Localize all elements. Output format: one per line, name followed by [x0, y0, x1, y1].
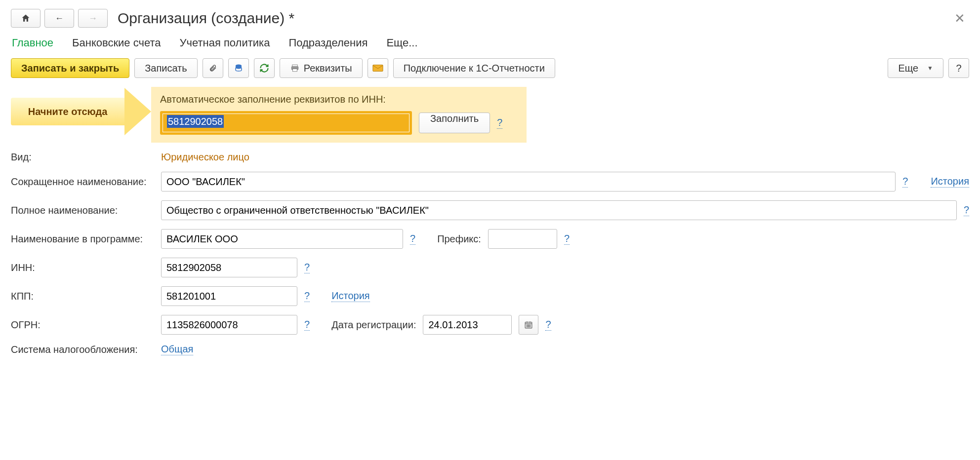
- connect-1c-button[interactable]: Подключение к 1С-Отчетности: [393, 58, 555, 78]
- ogrn-label: ОГРН:: [11, 319, 154, 331]
- database-icon: [234, 63, 243, 73]
- home-icon: [21, 13, 31, 23]
- toolbar-help-button[interactable]: ?: [948, 58, 969, 78]
- home-button[interactable]: [11, 9, 41, 28]
- short-name-label: Сокращенное наименование:: [11, 176, 154, 188]
- chevron-down-icon: ▼: [927, 65, 933, 72]
- svg-point-10: [529, 326, 530, 327]
- tax-system-link[interactable]: Общая: [161, 344, 193, 355]
- tab-accounting-policy[interactable]: Учетная политика: [179, 37, 270, 49]
- requisites-button[interactable]: Реквизиты: [280, 58, 363, 78]
- arrow-right-icon: →: [88, 13, 97, 24]
- tab-main[interactable]: Главное: [12, 37, 53, 49]
- tab-more[interactable]: Еще...: [386, 37, 417, 49]
- mail-icon: [372, 64, 383, 72]
- autofill-fill-button[interactable]: Заполнить: [419, 113, 490, 133]
- kind-value: Юридическое лицо: [161, 152, 249, 163]
- refresh-button[interactable]: [254, 58, 275, 78]
- svg-point-6: [527, 325, 528, 326]
- page-title: Организация (создание) *: [118, 10, 294, 27]
- start-here-arrow: Начните отсюда: [11, 87, 151, 136]
- printer-icon: [290, 64, 300, 73]
- tab-bank-accounts[interactable]: Банковские счета: [72, 37, 161, 49]
- autofill-panel: Автоматическое заполнение реквизитов по …: [151, 87, 527, 143]
- kpp-history-link[interactable]: История: [331, 290, 370, 302]
- close-button[interactable]: ✕: [950, 11, 969, 26]
- autofill-label: Автоматическое заполнение реквизитов по …: [160, 94, 518, 105]
- attach-button[interactable]: [203, 58, 223, 78]
- prefix-help[interactable]: ?: [564, 233, 570, 245]
- requisites-label: Реквизиты: [304, 63, 352, 74]
- svg-point-9: [527, 326, 528, 327]
- calendar-icon: [524, 320, 533, 329]
- svg-rect-3: [292, 69, 297, 72]
- forward-button[interactable]: →: [78, 9, 108, 28]
- database-button[interactable]: [228, 58, 249, 78]
- paperclip-icon: [209, 63, 217, 73]
- svg-rect-4: [373, 65, 383, 72]
- toolbar-more-button[interactable]: Еще ▼: [888, 58, 943, 78]
- tab-divisions[interactable]: Подразделения: [288, 37, 368, 49]
- back-button[interactable]: ←: [44, 9, 74, 28]
- mail-button[interactable]: [368, 58, 388, 78]
- full-name-help[interactable]: ?: [964, 204, 969, 216]
- full-name-input[interactable]: [161, 200, 957, 220]
- full-name-label: Полное наименование:: [11, 205, 154, 216]
- reg-date-label: Дата регистрации:: [331, 319, 416, 331]
- inn-input[interactable]: [161, 258, 297, 277]
- reg-date-input[interactable]: [423, 315, 512, 335]
- short-name-history-link[interactable]: История: [931, 176, 969, 188]
- reg-date-calendar-button[interactable]: [519, 315, 538, 335]
- svg-rect-1: [292, 65, 297, 67]
- kpp-label: КПП:: [11, 291, 154, 302]
- inn-help[interactable]: ?: [304, 262, 310, 273]
- prog-name-input[interactable]: [161, 229, 403, 249]
- kpp-help[interactable]: ?: [304, 290, 310, 302]
- prefix-label: Префикс:: [437, 233, 481, 245]
- arrow-right-shape-icon: [124, 88, 151, 135]
- inn-label: ИНН:: [11, 262, 154, 273]
- ogrn-help[interactable]: ?: [304, 319, 310, 331]
- tax-system-label: Система налогообложения:: [11, 344, 154, 355]
- reg-date-help[interactable]: ?: [545, 319, 551, 331]
- autofill-help[interactable]: ?: [497, 117, 502, 129]
- svg-point-7: [529, 325, 530, 326]
- prefix-input[interactable]: [488, 229, 557, 249]
- svg-point-8: [530, 325, 531, 326]
- autofill-inn-input[interactable]: 5812902058: [163, 114, 409, 132]
- kind-label: Вид:: [11, 152, 154, 163]
- save-button[interactable]: Записать: [134, 58, 197, 78]
- toolbar-more-label: Еще: [898, 63, 918, 74]
- short-name-input[interactable]: [161, 172, 896, 192]
- prog-name-label: Наименование в программе:: [11, 233, 154, 245]
- close-icon: ✕: [954, 11, 965, 26]
- prog-name-help[interactable]: ?: [410, 233, 415, 245]
- start-here-label: Начните отсюда: [11, 98, 124, 125]
- kpp-input[interactable]: [161, 286, 297, 306]
- short-name-help[interactable]: ?: [902, 176, 908, 188]
- arrow-left-icon: ←: [55, 13, 64, 24]
- ogrn-input[interactable]: [161, 315, 297, 335]
- refresh-icon: [259, 63, 269, 73]
- svg-point-11: [530, 326, 531, 327]
- save-and-close-button[interactable]: Записать и закрыть: [11, 58, 129, 78]
